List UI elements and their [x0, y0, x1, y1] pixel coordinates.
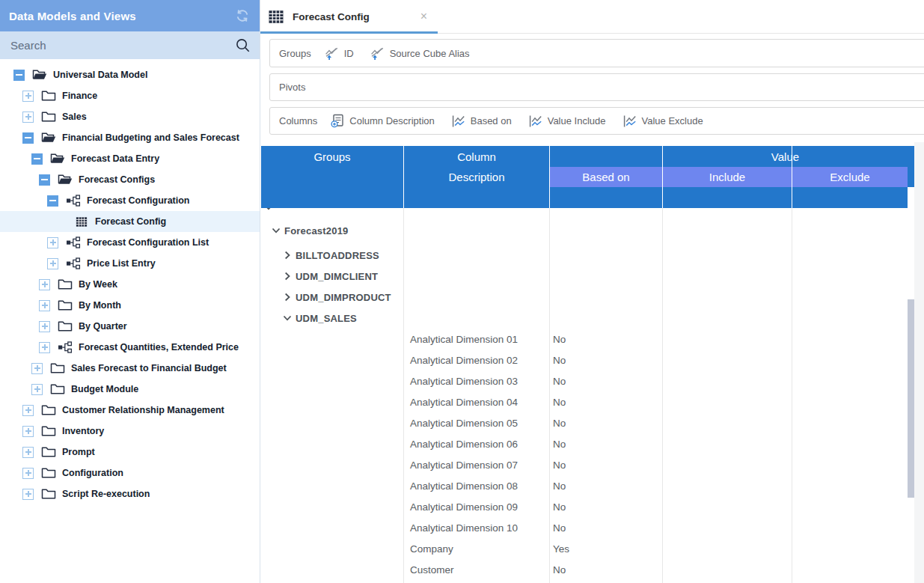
grid-row-analytical-dimension-08[interactable]: Analytical Dimension 08No: [261, 475, 908, 496]
tree-item-label: Budget Module: [71, 384, 138, 394]
grid-row-analytical-dimension-02[interactable]: Analytical Dimension 02No: [261, 350, 908, 370]
grid-row-analytical-dimension-09[interactable]: Analytical Dimension 09No: [261, 496, 908, 517]
plus-expander-icon[interactable]: [22, 489, 34, 500]
header-divider: [403, 146, 404, 208]
grid-row-analytical-dimension-06[interactable]: Analytical Dimension 06No: [261, 433, 908, 454]
grid-tree-row-udm-dimclient[interactable]: UDM_DIMCLIENT: [261, 266, 908, 287]
chevron-right-icon[interactable]: [282, 250, 293, 260]
tree-item-sales[interactable]: Sales: [0, 106, 260, 127]
plus-expander-icon[interactable]: [47, 237, 58, 248]
grid-row-analytical-dimension-07[interactable]: Analytical Dimension 07No: [261, 454, 908, 475]
plus-expander-icon[interactable]: [22, 447, 34, 458]
minus-expander-icon[interactable]: [47, 195, 58, 207]
tree-item-by-month[interactable]: By Month: [0, 295, 260, 316]
plus-expander-icon[interactable]: [39, 300, 50, 311]
grid-header: Groups Column Description Based on Value…: [261, 146, 908, 208]
cell-column-description: Analytical Dimension 07: [403, 460, 549, 471]
tree-item-by-quarter[interactable]: By Quarter: [0, 316, 260, 337]
grid-row-customer[interactable]: CustomerNo: [261, 559, 908, 580]
tree-item-label: Prompt: [62, 447, 95, 457]
minus-expander-icon[interactable]: [13, 70, 25, 81]
grid-row-analytical-dimension-04[interactable]: Analytical Dimension 04No: [261, 391, 908, 412]
cell-based-on: No: [549, 480, 662, 492]
grid-row-analytical-dimension-03[interactable]: Analytical Dimension 03No: [261, 370, 908, 391]
tree-item-forecast-configuration-list[interactable]: Forecast Configuration List: [0, 232, 260, 253]
chevron-right-icon[interactable]: [282, 292, 293, 302]
plus-expander-icon[interactable]: [22, 91, 34, 102]
search-input[interactable]: [9, 38, 234, 52]
tree-item-by-week[interactable]: By Week: [0, 274, 260, 295]
refresh-icon[interactable]: [234, 7, 251, 24]
dataset-icon: [66, 257, 81, 269]
minus-expander-icon[interactable]: [22, 132, 34, 144]
grid-tree-row-udm-dimproduct[interactable]: UDM_DIMPRODUCT: [261, 287, 908, 308]
header-divider: [662, 146, 663, 208]
field-chip-source-cube-alias[interactable]: Source Cube Alias: [370, 46, 470, 61]
cell-column-description: Analytical Dimension 09: [403, 501, 549, 513]
tree-item-forecast-configuration[interactable]: Forecast Configuration: [0, 190, 260, 211]
groups-drop-zone[interactable]: Groups IDSource Cube Alias: [269, 39, 924, 67]
plus-expander-icon[interactable]: [22, 405, 34, 416]
columns-drop-zone[interactable]: Columns Column DescriptionBased onValue …: [269, 107, 924, 135]
plus-expander-icon[interactable]: [39, 321, 50, 332]
search-icon[interactable]: [234, 37, 251, 54]
grid-tree-row-billtoaddress[interactable]: BILLTOADDRESS: [261, 245, 908, 266]
grid-row-analytical-dimension-01[interactable]: Analytical Dimension 01No: [261, 329, 908, 350]
grid-row-analytical-dimension-10[interactable]: Analytical Dimension 10No: [261, 517, 908, 538]
plus-expander-icon[interactable]: [22, 112, 34, 123]
tree-item-forecast-config[interactable]: Forecast Config: [0, 211, 260, 232]
tree-item-forecast-data-entry[interactable]: Forecast Data Entry: [0, 148, 260, 169]
doc-add-icon: [331, 114, 345, 128]
tree-item-configuration[interactable]: Configuration: [0, 463, 260, 483]
tree-item-finance[interactable]: Finance: [0, 85, 260, 106]
field-chip-based-on[interactable]: Based on: [451, 115, 512, 128]
minus-expander-icon[interactable]: [31, 153, 43, 165]
plus-expander-icon[interactable]: [31, 363, 43, 374]
plus-expander-icon[interactable]: [22, 426, 34, 437]
field-chip-value-include[interactable]: Value Include: [528, 115, 606, 128]
tree-item-label: Forecast Data Entry: [71, 153, 159, 164]
folder-icon: [50, 362, 65, 374]
field-chip-id[interactable]: ID: [325, 46, 354, 61]
tree-item-forecast-configs[interactable]: Forecast Configs: [0, 169, 260, 190]
folder-open-icon: [58, 174, 73, 186]
grid-tree-row-udm-sales[interactable]: UDM_SALES: [261, 308, 908, 329]
grid-row-analytical-dimension-05[interactable]: Analytical Dimension 05No: [261, 412, 908, 433]
grid-rows: Forecast2019BILLTOADDRESSUDM_DIMCLIENTUD…: [261, 208, 908, 580]
tree-item-budget-module[interactable]: Budget Module: [0, 379, 260, 400]
chevron-down-icon[interactable]: [282, 313, 293, 323]
tree-item-universal-data-model[interactable]: Universal Data Model: [0, 64, 260, 85]
cell-column-description: Analytical Dimension 05: [403, 418, 549, 429]
tree-item-customer-relationship-management[interactable]: Customer Relationship Management: [0, 400, 260, 421]
search-bar: [0, 31, 260, 59]
tree-item-label: By Quarter: [79, 321, 127, 332]
tree-item-label: Forecast Configs: [79, 174, 155, 185]
plus-expander-icon[interactable]: [47, 258, 58, 269]
tree-item-financial-budgeting-and-sales-forecast[interactable]: Financial Budgeting and Sales Forecast: [0, 127, 260, 148]
field-chip-column-description[interactable]: Column Description: [331, 114, 434, 128]
tree-item-price-list-entry[interactable]: Price List Entry: [0, 253, 260, 274]
tab-forecast-config[interactable]: Forecast Config ×: [260, 0, 438, 33]
plus-expander-icon[interactable]: [39, 279, 50, 290]
grid-row-company[interactable]: CompanyYes: [261, 538, 908, 559]
chevron-right-icon[interactable]: [282, 271, 293, 281]
plus-expander-icon[interactable]: [39, 342, 50, 353]
close-icon[interactable]: ×: [420, 10, 427, 22]
scrollbar-thumb[interactable]: [908, 299, 914, 498]
tree-item-label: Finance: [62, 91, 97, 101]
tree-item-sales-forecast-to-financial-budget[interactable]: Sales Forecast to Financial Budget: [0, 358, 260, 379]
field-chip-value-exclude[interactable]: Value Exclude: [622, 115, 703, 128]
tree-item-prompt[interactable]: Prompt: [0, 442, 260, 463]
column-header-groups: Groups: [261, 146, 403, 167]
chevron-down-icon[interactable]: [271, 225, 281, 236]
tree-item-script-re-execution[interactable]: Script Re-execution: [0, 483, 260, 504]
grid-tree-row-forecast2019[interactable]: Forecast2019: [261, 220, 908, 241]
minus-expander-icon[interactable]: [39, 174, 50, 186]
tree-item-inventory[interactable]: Inventory: [0, 421, 260, 442]
cell-based-on: No: [549, 418, 662, 429]
tree-item-forecast-quantities-extended-price[interactable]: Forecast Quantities, Extended Price: [0, 337, 260, 358]
cell-column-description: Analytical Dimension 10: [403, 522, 549, 534]
pivots-drop-zone[interactable]: Pivots: [269, 73, 924, 101]
plus-expander-icon[interactable]: [22, 468, 34, 479]
plus-expander-icon[interactable]: [31, 384, 43, 395]
